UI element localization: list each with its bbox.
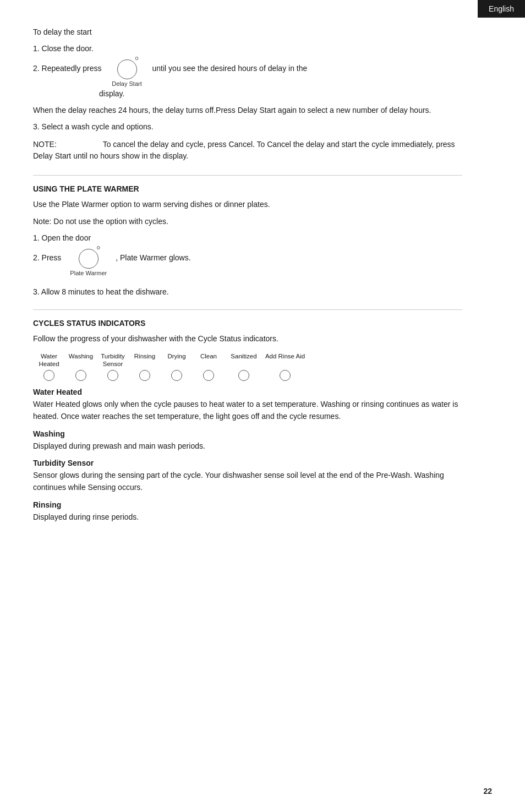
si-circles-row: [33, 370, 462, 381]
delay-step2-suffix: until you see the desired hours of delay…: [152, 59, 308, 73]
si-label-washing: Washing: [65, 353, 97, 368]
plate-step2-prefix: 2. Press: [33, 249, 61, 262]
language-tab: English: [478, 0, 525, 18]
si-label-water-heated: Water Heated: [33, 353, 65, 368]
washing-heading: Washing: [33, 429, 462, 438]
si-label-drying: Drying: [161, 353, 193, 368]
plate-warmer-intro: Use the Plate Warmer option to warm serv…: [33, 199, 462, 211]
si-label-sanitized: Sanitized: [225, 353, 263, 368]
si-circle-add-rinse-aid: [263, 370, 307, 381]
si-label-clean: Clean: [193, 353, 225, 368]
delay-start-intro: To delay the start: [33, 28, 462, 36]
turbidity-body: Sensor glows during the sensing part of …: [33, 470, 462, 493]
note-label: NOTE:: [33, 140, 57, 149]
rinsing-body: Displayed during rinse periods.: [33, 511, 462, 524]
plate-step2: 2. Press Plate Warmer , Plate Warmer glo…: [33, 249, 462, 276]
cycles-status-heading: CYCLES STATUS INDICATORS: [33, 319, 462, 328]
rinsing-heading: Rinsing: [33, 500, 462, 509]
cycles-status-intro: Follow the progress of your dishwasher w…: [33, 333, 462, 345]
section-divider-1: [33, 175, 462, 176]
plate-warmer-button-icon: Plate Warmer: [70, 249, 107, 276]
si-label-rinsing: Rinsing: [129, 353, 161, 368]
delay-note-block: NOTE: To cancel the delay and cycle, pre…: [33, 139, 462, 162]
si-circle-turbidity: [97, 370, 129, 381]
si-circle-water-heated: [33, 370, 65, 381]
plate-warmer-note: Note: Do not use the option with cycles.: [33, 216, 462, 228]
si-labels-row: Water Heated Washing Turbidity Sensor Ri…: [33, 353, 462, 368]
language-label: English: [489, 4, 514, 13]
delay-step1: 1. Close the door.: [33, 44, 462, 53]
page-number: 22: [483, 787, 492, 795]
si-circle-washing: [65, 370, 97, 381]
delay-step2-prefix: 2. Repeatedly press: [33, 59, 102, 73]
turbidity-heading: Turbidity Sensor: [33, 459, 462, 467]
washing-body: Displayed during prewash and main wash p…: [33, 440, 462, 453]
note-body-text: To cancel the delay and cycle, press Can…: [33, 140, 455, 160]
plate-warmer-heading: USING THE PLATE WARMER: [33, 184, 462, 193]
si-label-turbidity: Turbidity Sensor: [97, 353, 129, 368]
si-circle-sanitized: [225, 370, 263, 381]
status-indicators-table: Water Heated Washing Turbidity Sensor Ri…: [33, 353, 462, 382]
si-circle-rinsing: [129, 370, 161, 381]
delay-step2-display: display.: [99, 89, 124, 98]
plate-step1: 1. Open the door: [33, 233, 462, 242]
water-heated-body: Water Heated glows only when the cycle p…: [33, 399, 462, 422]
delay-note-hours: When the delay reaches 24 hours, the del…: [33, 105, 462, 117]
plate-step3: 3. Allow 8 minutes to heat the dishware.: [33, 287, 462, 296]
plate-step2-suffix: , Plate Warmer glows.: [116, 249, 190, 262]
delay-step2: 2. Repeatedly press Delay Start until yo…: [33, 59, 462, 87]
plate-warmer-circle: [79, 249, 99, 269]
si-label-add-rinse-aid: Add Rinse Aid: [263, 353, 307, 368]
si-circle-drying: [161, 370, 193, 381]
delay-start-button-icon: Delay Start: [111, 59, 144, 87]
delay-step3: 3. Select a wash cycle and options.: [33, 122, 462, 131]
delay-start-circle: [117, 59, 137, 79]
water-heated-heading: Water Heated: [33, 388, 462, 396]
plate-warmer-label: Plate Warmer: [70, 270, 107, 276]
si-circle-clean: [193, 370, 225, 381]
section-divider-2: [33, 309, 462, 310]
delay-start-label: Delay Start: [112, 80, 141, 87]
